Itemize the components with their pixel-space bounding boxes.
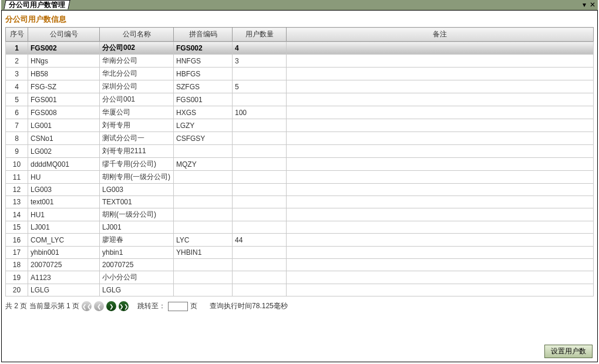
pager-current-page: 1	[66, 302, 70, 310]
cell-note	[287, 106, 594, 119]
table-row[interactable]: 8CSNo1测试分公司一CSFGSY	[6, 132, 594, 145]
cell-code: LG002	[28, 145, 100, 158]
cell-code: LJ001	[28, 221, 100, 234]
cell-count	[233, 132, 287, 145]
cell-note	[287, 55, 594, 68]
cell-pinyin	[174, 284, 233, 296]
table-row[interactable]: 182007072520070725	[6, 259, 594, 271]
cell-pinyin: MQZY	[174, 158, 233, 171]
table-row[interactable]: 6FGS008华厦公司HXGS100	[6, 106, 594, 119]
table-row[interactable]: 5FGS001分公司001FGS001	[6, 93, 594, 106]
cell-count	[233, 221, 287, 234]
pager-timing-value: 78.125	[252, 302, 274, 310]
cell-code: FGS008	[28, 106, 100, 119]
cell-index: 16	[6, 234, 28, 247]
pager: 共 2 页 当前显示第 1 页 ❮❮ ❮ ❯ ❯❯ 跳转至： 页 查询执行时间7…	[5, 301, 594, 311]
table-row[interactable]: 11HU胡刚专用(一级分公司)	[6, 171, 594, 184]
cell-note	[287, 234, 594, 247]
table-row[interactable]: 4FSG-SZ深圳分公司SZFGS5	[6, 80, 594, 93]
cell-pinyin: HBFGS	[174, 68, 233, 80]
cell-code: LG003	[28, 184, 100, 196]
table-row[interactable]: 1FGS002分公司002FGS0024	[6, 42, 594, 55]
cell-index: 7	[6, 119, 28, 132]
cell-index: 20	[6, 284, 28, 296]
table-row[interactable]: 9LG002刘哥专用2111	[6, 145, 594, 158]
table-row[interactable]: 7LG001刘哥专用LGZY	[6, 119, 594, 132]
cell-pinyin	[174, 208, 233, 221]
set-user-count-button[interactable]: 设置用户数	[544, 345, 593, 358]
pager-prev-button[interactable]: ❮	[94, 301, 104, 311]
table-row[interactable]: 20LGLGLGLG	[6, 284, 594, 296]
cell-pinyin: YHBIN1	[174, 247, 233, 259]
cell-pinyin	[174, 271, 233, 284]
col-header-index[interactable]: 序号	[6, 28, 28, 42]
cell-index: 19	[6, 271, 28, 284]
cell-name: 深圳分公司	[100, 80, 174, 93]
col-header-count[interactable]: 用户数量	[233, 28, 287, 42]
cell-index: 10	[6, 158, 28, 171]
table-row[interactable]: 12LG003LG003	[6, 184, 594, 196]
cell-count	[233, 93, 287, 106]
cell-count	[233, 196, 287, 208]
cell-index: 4	[6, 80, 28, 93]
table-row[interactable]: 3HB58华北分公司HBFGS	[6, 68, 594, 80]
cell-code: ddddMQ001	[28, 158, 100, 171]
table-row[interactable]: 17yhbin001yhbin1YHBIN1	[6, 247, 594, 259]
cell-index: 3	[6, 68, 28, 80]
cell-code: HB58	[28, 68, 100, 80]
cell-note	[287, 284, 594, 296]
cell-note	[287, 184, 594, 196]
table-row[interactable]: 14HU1胡刚(一级分公司)	[6, 208, 594, 221]
cell-name: LG003	[100, 184, 174, 196]
pager-text: 页 当前显示第	[18, 302, 66, 310]
col-header-note[interactable]: 备注	[287, 28, 594, 42]
cell-name: 分公司001	[100, 93, 174, 106]
cell-name: 分公司002	[100, 42, 174, 55]
table-row[interactable]: 2HNgs华南分公司HNFGS3	[6, 55, 594, 68]
minimize-dropdown-icon[interactable]: ▾	[581, 2, 587, 8]
pager-first-button[interactable]: ❮❮	[82, 301, 92, 311]
pager-last-button[interactable]: ❯❯	[119, 301, 129, 311]
cell-pinyin	[174, 171, 233, 184]
cell-code: A1123	[28, 271, 100, 284]
close-icon[interactable]: ✕	[590, 2, 595, 8]
window-tab[interactable]: 分公司用户数管理	[4, 0, 70, 9]
col-header-pinyin[interactable]: 拼音编码	[174, 28, 233, 42]
cell-index: 2	[6, 55, 28, 68]
page-subtitle: 分公司用户数信息	[5, 13, 594, 27]
pager-jump-input[interactable]	[168, 302, 188, 311]
col-header-name[interactable]: 公司名称	[100, 28, 174, 42]
cell-index: 17	[6, 247, 28, 259]
cell-code: 20070725	[28, 259, 100, 271]
cell-name: 华厦公司	[100, 106, 174, 119]
cell-note	[287, 145, 594, 158]
table-row[interactable]: 16COM_LYC廖迎春LYC44	[6, 234, 594, 247]
cell-name: LGLG	[100, 284, 174, 296]
cell-name: 华北分公司	[100, 68, 174, 80]
cell-name: 20070725	[100, 259, 174, 271]
table-row[interactable]: 13text001TEXT001	[6, 196, 594, 208]
cell-pinyin	[174, 196, 233, 208]
cell-index: 5	[6, 93, 28, 106]
pager-timing-prefix: 查询执行时间	[210, 302, 252, 310]
cell-note	[287, 158, 594, 171]
table-row[interactable]: 15LJ001LJ001	[6, 221, 594, 234]
cell-name: 胡刚(一级分公司)	[100, 208, 174, 221]
cell-code: HU1	[28, 208, 100, 221]
cell-index: 12	[6, 184, 28, 196]
table-row[interactable]: 10ddddMQ001缪千专用(分公司)MQZY	[6, 158, 594, 171]
cell-name: 刘哥专用	[100, 119, 174, 132]
pager-next-button[interactable]: ❯	[106, 301, 116, 311]
pager-jump-suffix: 页	[190, 301, 197, 311]
cell-note	[287, 42, 594, 55]
cell-name: LJ001	[100, 221, 174, 234]
cell-pinyin: LYC	[174, 234, 233, 247]
window-title: 分公司用户数管理	[9, 0, 65, 10]
cell-index: 6	[6, 106, 28, 119]
table-row[interactable]: 19A1123小小分公司	[6, 271, 594, 284]
cell-code: FGS001	[28, 93, 100, 106]
cell-index: 11	[6, 171, 28, 184]
cell-pinyin: SZFGS	[174, 80, 233, 93]
col-header-code[interactable]: 公司编号	[28, 28, 100, 42]
cell-index: 9	[6, 145, 28, 158]
